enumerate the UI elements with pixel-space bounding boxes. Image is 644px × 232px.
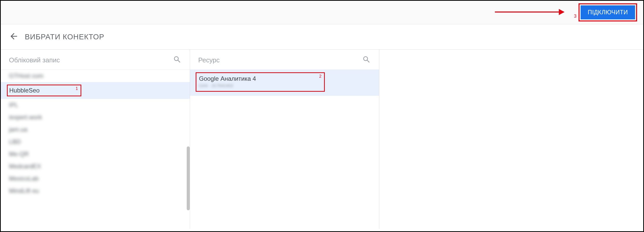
page-header: ВИБРАТИ КОНЕКТОР: [1, 24, 643, 50]
list-item[interactable]: MedcardEX: [1, 160, 190, 172]
account-column: Обліковий запис GTHost com HubbleSeo 1 I…: [1, 50, 190, 229]
resource-column-title: Ресурс: [198, 56, 220, 64]
account-column-title: Обліковий запис: [9, 56, 60, 64]
search-icon[interactable]: [173, 55, 182, 65]
annotation-arrow-3: [495, 11, 564, 13]
list-item[interactable]: MexicoLab: [1, 172, 190, 185]
back-arrow-icon[interactable]: [9, 31, 19, 42]
connect-button[interactable]: ПІДКЛЮЧИТИ: [581, 5, 635, 19]
resource-subtitle: GA4 - 317641402: [199, 83, 321, 88]
top-bar: 3 ПІДКЛЮЧИТИ: [1, 1, 643, 24]
resource-list: Google Аналитика 4 GA4 - 317641402 2: [190, 70, 379, 229]
scrollbar-thumb[interactable]: [187, 146, 190, 210]
list-item-hubbleseo[interactable]: HubbleSeo 1: [1, 82, 190, 99]
list-item[interactable]: iexpert.work: [1, 111, 190, 123]
resource-column-header: Ресурс: [190, 50, 379, 70]
annotation-box-2: Google Аналитика 4 GA4 - 317641402 2: [196, 72, 325, 92]
page-title: ВИБРАТИ КОНЕКТОР: [25, 33, 104, 41]
annotation-box-1: HubbleSeo 1: [7, 85, 81, 96]
columns-container: Обліковий запис GTHost com HubbleSeo 1 I…: [1, 50, 643, 229]
list-item[interactable]: IPL: [1, 99, 190, 111]
connect-button-highlight: 3 ПІДКЛЮЧИТИ: [579, 3, 637, 21]
list-item[interactable]: jam.ua: [1, 123, 190, 136]
annotation-label-2: 2: [319, 74, 321, 79]
list-item[interactable]: Me-QR: [1, 148, 190, 160]
list-item[interactable]: LBD: [1, 136, 190, 148]
search-icon[interactable]: [362, 55, 371, 65]
account-column-header: Обліковий запис: [1, 50, 190, 70]
account-list: GTHost com HubbleSeo 1 IPL iexpert.work …: [1, 70, 190, 229]
resource-item-ga4[interactable]: Google Аналитика 4 GA4 - 317641402 2: [190, 70, 379, 96]
list-item[interactable]: GTHost com: [1, 70, 190, 82]
annotation-label-1: 1: [76, 86, 78, 91]
resource-column: Ресурс Google Аналитика 4 GA4 - 31764140…: [190, 50, 379, 229]
resource-title: Google Аналитика 4: [199, 75, 321, 82]
annotation-label-3: 3: [574, 14, 576, 19]
list-item[interactable]: MindLift eu: [1, 185, 190, 197]
